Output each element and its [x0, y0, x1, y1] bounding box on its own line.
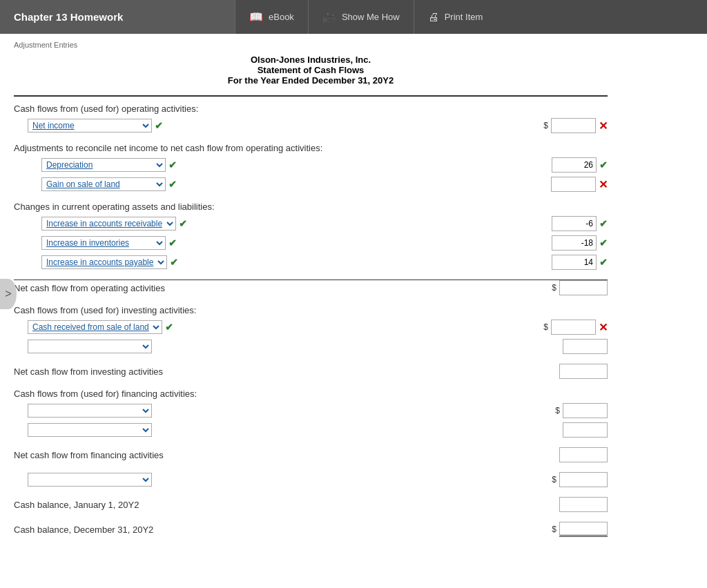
ar-dropdown[interactable]: Increase in accounts receivable	[41, 217, 176, 231]
gain-x: ✕	[599, 178, 608, 191]
inv-dropdown[interactable]: Increase in inventories	[41, 236, 166, 250]
ar-value-check: ✔	[599, 218, 608, 229]
cash-dec-input[interactable]	[559, 522, 608, 537]
depreciation-check: ✔	[168, 159, 177, 170]
net-income-input-area: $ ✕	[543, 118, 608, 133]
ar-dropdown-wrap: Increase in accounts receivable ✔	[41, 217, 187, 231]
depreciation-label-section: Depreciation ✔	[14, 158, 552, 172]
ar-input[interactable]: -6	[552, 216, 597, 231]
print-icon: 🖨	[428, 11, 439, 23]
net-operating-row: Net cash flow from operating activities …	[14, 280, 608, 295]
inv-label-section: Increase in inventories ✔	[14, 236, 552, 250]
gain-row: Gain on sale of land ✔ ✕	[14, 177, 608, 192]
cash-received-dropdown[interactable]: Cash received from sale of land	[28, 320, 162, 334]
ebook-icon: 📖	[249, 10, 263, 23]
net-financing-label: Net cash flow from financing activities	[14, 450, 559, 460]
financing-dropdown2[interactable]	[28, 423, 152, 437]
cash-jan-row: Cash balance, January 1, 20Y2	[14, 497, 608, 512]
gain-input[interactable]	[551, 177, 596, 192]
financing-input1[interactable]	[563, 403, 608, 418]
inv-input-area: -18 ✔	[552, 235, 608, 251]
depreciation-input[interactable]: 26	[552, 157, 597, 173]
change-cash-input-area: $	[552, 472, 608, 487]
inv-value-check: ✔	[599, 237, 608, 248]
gain-dropdown[interactable]: Gain on sale of land	[41, 177, 166, 191]
ap-dropdown[interactable]: Increase in accounts payable	[41, 255, 167, 269]
depreciation-dropdown-wrap: Depreciation ✔	[41, 158, 177, 172]
change-cash-label	[14, 473, 552, 487]
net-income-label-section: Net income ✔	[14, 119, 543, 133]
breadcrumb: Adjustment Entries	[14, 41, 608, 49]
depreciation-input-area: 26 ✔	[552, 157, 608, 173]
top-divider	[14, 95, 608, 97]
investing-blank-dropdown[interactable]	[28, 340, 152, 353]
investing-header-row: Cash flows from (used for) investing act…	[14, 305, 608, 315]
gain-dropdown-wrap: Gain on sale of land ✔	[41, 177, 177, 191]
net-financing-input[interactable]	[559, 447, 608, 462]
net-income-input[interactable]	[551, 118, 596, 133]
change-cash-input[interactable]	[559, 472, 608, 487]
change-cash-row: $	[14, 472, 608, 487]
net-income-check: ✔	[155, 120, 163, 131]
cash-jan-input[interactable]	[559, 497, 608, 512]
ar-input-area: -6 ✔	[552, 216, 608, 231]
inv-input[interactable]: -18	[552, 235, 597, 251]
adjustments-header: Adjustments to reconcile net income to n…	[14, 143, 608, 153]
nav-arrow-left[interactable]: >	[0, 279, 17, 309]
investing-blank-input-area	[563, 339, 608, 354]
investing-blank-dropdown-wrap	[28, 340, 152, 353]
show-me-how-button[interactable]: 🎥 Show Me How	[308, 0, 414, 34]
cash-received-dropdown-wrap: Cash received from sale of land ✔	[28, 320, 173, 334]
net-financing-row: Net cash flow from financing activities	[14, 447, 608, 462]
ebook-label: eBook	[269, 12, 294, 22]
depreciation-value-check: ✔	[599, 159, 608, 170]
navbar-title: Chapter 13 Homework	[0, 0, 235, 34]
cash-dec-dollar: $	[552, 525, 556, 534]
financing-header: Cash flows from (used for) financing act…	[14, 389, 608, 399]
operating-header: Cash flows from (used for) operating act…	[14, 104, 608, 114]
financing-input2[interactable]	[563, 422, 608, 438]
navbar: Chapter 13 Homework 📖 eBook 🎥 Show Me Ho…	[0, 0, 707, 34]
ap-row: Increase in accounts payable ✔ 14 ✔	[14, 255, 608, 270]
net-operating-dollar: $	[552, 283, 556, 293]
statement-title: Statement of Cash Flows	[14, 65, 608, 75]
changes-header-row: Changes in current operating assets and …	[14, 202, 608, 212]
gain-label-section: Gain on sale of land ✔	[14, 177, 551, 191]
investing-header: Cash flows from (used for) investing act…	[14, 305, 608, 315]
financing-label2	[14, 423, 563, 437]
show-me-how-label: Show Me How	[342, 12, 400, 22]
depreciation-dropdown[interactable]: Depreciation	[41, 158, 166, 172]
net-investing-input[interactable]	[559, 364, 608, 379]
gain-check: ✔	[168, 179, 177, 190]
gain-input-area: ✕	[551, 177, 608, 192]
cash-received-input[interactable]	[551, 320, 596, 335]
net-operating-label: Net cash flow from operating activities	[14, 283, 552, 293]
net-operating-input[interactable]	[559, 280, 608, 295]
ebook-button[interactable]: 📖 eBook	[235, 0, 308, 34]
change-cash-dropdown[interactable]	[28, 473, 152, 487]
cash-dec-input-area: $	[552, 522, 608, 537]
net-investing-row: Net cash flow from investing activities	[14, 364, 608, 379]
inv-check: ✔	[168, 237, 177, 248]
change-cash-dollar: $	[552, 475, 556, 484]
changes-header: Changes in current operating assets and …	[14, 202, 608, 212]
investing-blank-row	[14, 339, 608, 354]
net-income-dropdown-wrap: Net income ✔	[28, 119, 163, 133]
print-item-button[interactable]: 🖨 Print Item	[414, 0, 497, 34]
company-name: Olson-Jones Industries, Inc.	[14, 55, 608, 65]
main-content: Adjustment Entries Olson-Jones Industrie…	[0, 34, 621, 555]
cash-dec-row: Cash balance, December 31, 20Y2 $	[14, 522, 608, 537]
ar-label-section: Increase in accounts receivable ✔	[14, 217, 552, 231]
financing-dollar1: $	[555, 406, 560, 415]
ap-input[interactable]: 14	[552, 255, 597, 270]
investing-blank-input[interactable]	[563, 339, 608, 354]
net-income-dropdown[interactable]: Net income	[28, 119, 152, 133]
financing-dropdown1[interactable]	[28, 404, 152, 418]
cash-jan-label: Cash balance, January 1, 20Y2	[14, 500, 559, 510]
financing-row2	[14, 422, 608, 438]
financing-dropdown2-wrap	[28, 423, 152, 437]
financing-dropdown1-wrap	[28, 404, 152, 418]
cash-received-x: ✕	[599, 321, 608, 334]
change-cash-dropdown-wrap	[28, 473, 152, 487]
cash-received-row: Cash received from sale of land ✔ $ ✕	[14, 320, 608, 335]
